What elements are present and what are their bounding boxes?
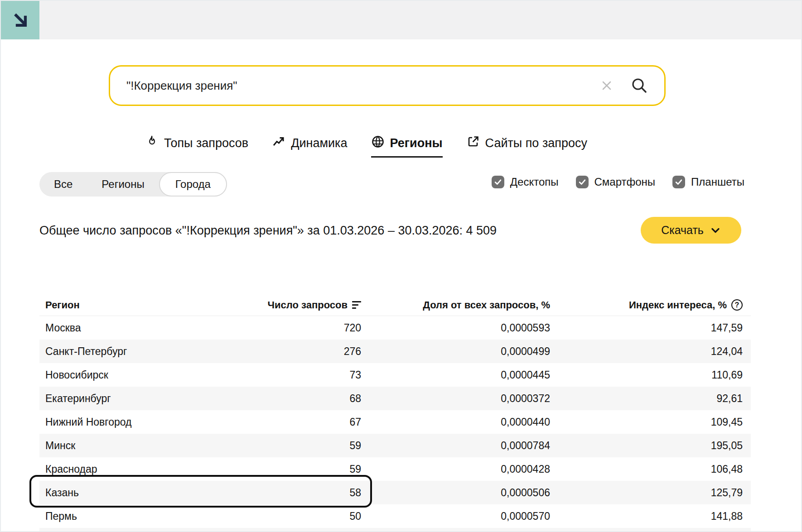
download-label: Скачать	[661, 224, 704, 237]
table-row[interactable]: Москва 720 0,0000593 147,59	[39, 316, 751, 340]
cell-share: 0,0000506	[361, 487, 550, 499]
tab-dynamics[interactable]: Динамика	[272, 135, 347, 158]
regions-table: Регион Число запросов Доля от всех запро…	[39, 294, 751, 532]
table-row[interactable]: Санкт-Петербург 276 0,0000499 124,04	[39, 340, 751, 363]
cell-index: 124,04	[550, 345, 743, 358]
geo-segmented-control: Все Регионы Города	[39, 172, 227, 197]
cell-region: Екатеринбург	[39, 393, 239, 405]
search-input[interactable]	[126, 78, 600, 93]
cell-count: 59	[239, 440, 361, 452]
table-header: Регион Число запросов Доля от всех запро…	[39, 294, 751, 316]
cell-share: 0,0000445	[361, 369, 550, 381]
tab-top-queries[interactable]: Топы запросов	[145, 135, 248, 158]
segment-all[interactable]: Все	[39, 172, 87, 197]
cell-count: 276	[239, 345, 361, 358]
tab-label: Динамика	[291, 136, 347, 150]
clear-search-icon[interactable]	[600, 79, 614, 92]
cell-region: Новосибирск	[39, 369, 239, 381]
table-row[interactable]: Казань 58 0,0000506 125,79	[39, 481, 751, 504]
cell-index: 110,69	[550, 369, 743, 381]
cell-share: 0,0000372	[361, 393, 550, 405]
checkbox-checked-icon	[492, 176, 504, 188]
column-header-count[interactable]: Число запросов	[239, 299, 361, 311]
cell-count: 58	[239, 487, 361, 499]
cell-region: Москва	[39, 322, 239, 334]
search-bar	[109, 65, 666, 106]
tab-label: Сайты по запросу	[485, 136, 587, 150]
column-header-share: Доля от всех запросов, %	[361, 299, 550, 311]
cell-share: 0,0000428	[361, 463, 550, 475]
cell-count: 73	[239, 369, 361, 381]
chevron-down-icon	[710, 225, 721, 236]
top-chrome-strip	[1, 1, 801, 39]
tab-sites-by-query[interactable]: Сайты по запросу	[466, 135, 587, 158]
cell-region: Минск	[39, 440, 239, 452]
table-row[interactable]: Екатеринбург 68 0,0000372 92,61	[39, 387, 751, 410]
cell-share: 0,0000440	[361, 416, 550, 428]
trend-up-icon	[272, 135, 285, 152]
table-row-partial	[39, 528, 751, 532]
tab-regions[interactable]: Регионы	[371, 135, 443, 158]
cell-share: 0,0000570	[361, 510, 550, 522]
cell-count: 67	[239, 416, 361, 428]
cell-count: 59	[239, 463, 361, 475]
cell-region: Нижний Новгород	[39, 416, 239, 428]
table-row[interactable]: Новосибирск 73 0,0000445 110,69	[39, 363, 751, 387]
table-row[interactable]: Пермь 50 0,0000570 141,88	[39, 504, 751, 528]
wordstat-page: Топы запросов Динамика Регионы	[0, 0, 802, 532]
cell-share: 0,0000784	[361, 440, 550, 452]
cell-count: 68	[239, 393, 361, 405]
column-header-index: Индекс интереса, % ?	[550, 299, 743, 311]
total-queries-summary: Общее число запросов «"!Коррекция зрения…	[39, 224, 497, 238]
flame-icon	[145, 135, 159, 152]
view-tabs: Топы запросов Динамика Регионы	[145, 135, 587, 158]
device-filters: Десктопы Смартфоны Планшеты	[492, 176, 744, 188]
sort-icon[interactable]	[352, 301, 361, 309]
table-row[interactable]: Минск 59 0,0000784 195,05	[39, 434, 751, 457]
device-label: Десктопы	[510, 176, 559, 188]
cell-index: 125,79	[550, 487, 743, 499]
device-label: Смартфоны	[594, 176, 656, 188]
search-icon[interactable]	[630, 76, 649, 95]
cell-count: 720	[239, 322, 361, 334]
checkbox-desktops[interactable]: Десктопы	[492, 176, 559, 188]
cell-index: 92,61	[550, 393, 743, 405]
cell-count: 50	[239, 510, 361, 522]
cell-index: 106,48	[550, 463, 743, 475]
cell-region: Казань	[39, 487, 239, 499]
help-icon[interactable]: ?	[731, 299, 743, 311]
table-row[interactable]: Краснодар 59 0,0000428 106,48	[39, 457, 751, 481]
arrow-down-right-icon[interactable]	[1, 1, 39, 39]
device-label: Планшеты	[691, 176, 744, 188]
cell-index: 109,45	[550, 416, 743, 428]
table-body: Москва 720 0,0000593 147,59 Санкт-Петерб…	[39, 316, 751, 528]
cell-index: 195,05	[550, 440, 743, 452]
segment-regions[interactable]: Регионы	[87, 172, 159, 197]
tab-label: Регионы	[390, 136, 443, 150]
checkbox-checked-icon	[576, 176, 589, 188]
segment-cities[interactable]: Города	[159, 172, 227, 197]
cell-region: Санкт-Петербург	[39, 345, 239, 358]
download-button[interactable]: Скачать	[641, 217, 741, 244]
tab-label: Топы запросов	[164, 136, 248, 150]
cell-index: 147,59	[550, 322, 743, 334]
table-row[interactable]: Нижний Новгород 67 0,0000440 109,45	[39, 410, 751, 434]
cell-region: Пермь	[39, 510, 239, 522]
checkbox-smartphones[interactable]: Смартфоны	[576, 176, 656, 188]
cell-share: 0,0000499	[361, 345, 550, 358]
checkbox-checked-icon	[672, 176, 685, 188]
globe-icon	[371, 135, 385, 152]
cell-share: 0,0000593	[361, 322, 550, 334]
cell-index: 141,88	[550, 510, 743, 522]
column-header-region: Регион	[39, 299, 239, 311]
external-link-icon	[466, 135, 480, 152]
cell-region: Краснодар	[39, 463, 239, 475]
checkbox-tablets[interactable]: Планшеты	[672, 176, 744, 188]
